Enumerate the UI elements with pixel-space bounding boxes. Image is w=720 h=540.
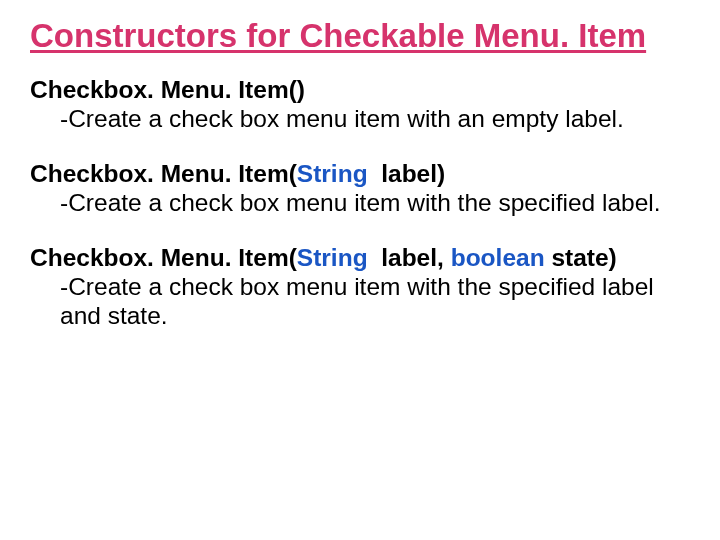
constructor-signature: Checkbox. Menu. Item(String label, boole… — [30, 244, 690, 273]
page-title: Constructors for Checkable Menu. Item — [30, 18, 690, 54]
slide: Constructors for Checkable Menu. Item Ch… — [0, 0, 720, 540]
constructor-entry: Checkbox. Menu. Item(String label, boole… — [30, 244, 690, 331]
constructor-signature: Checkbox. Menu. Item() — [30, 76, 690, 105]
type-keyword: String — [297, 244, 368, 271]
sig-pre: Checkbox. Menu. Item() — [30, 76, 305, 103]
sig-mid: label, — [368, 244, 451, 271]
constructor-description: -Create a check box menu item with the s… — [30, 273, 690, 331]
constructor-description: -Create a check box menu item with the s… — [30, 189, 690, 218]
sig-pre: Checkbox. Menu. Item( — [30, 160, 297, 187]
type-keyword: boolean — [451, 244, 545, 271]
constructor-entry: Checkbox. Menu. Item() -Create a check b… — [30, 76, 690, 134]
sig-post: state) — [545, 244, 617, 271]
constructor-entry: Checkbox. Menu. Item(String label) -Crea… — [30, 160, 690, 218]
constructor-description: -Create a check box menu item with an em… — [30, 105, 690, 134]
sig-pre: Checkbox. Menu. Item( — [30, 244, 297, 271]
sig-mid: label) — [368, 160, 446, 187]
constructor-signature: Checkbox. Menu. Item(String label) — [30, 160, 690, 189]
type-keyword: String — [297, 160, 368, 187]
